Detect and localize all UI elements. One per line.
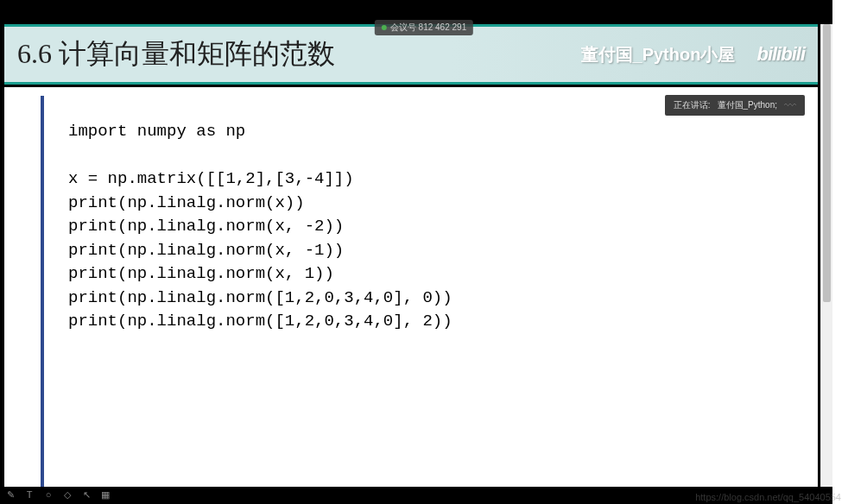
text-tool-icon[interactable]: T <box>23 488 35 501</box>
vertical-scrollbar[interactable] <box>820 24 832 487</box>
arrow-tool-icon[interactable]: ↖ <box>80 488 92 501</box>
scrollbar-thumb[interactable] <box>823 24 831 302</box>
speaking-name: 董付国_Python; <box>718 99 777 111</box>
pen-tool-icon[interactable]: ✎ <box>4 488 16 501</box>
right-edge-panel <box>832 0 848 504</box>
content-left-border <box>41 96 44 487</box>
circle-tool-icon[interactable]: ○ <box>42 488 54 501</box>
annotation-toolbar: ✎ T ○ ◇ ↖ ▦ <box>4 488 111 501</box>
code-block: import numpy as np x = np.matrix([[1,2],… <box>68 120 452 334</box>
image-tool-icon[interactable]: ▦ <box>99 488 111 501</box>
meeting-id-badge: 会议号 812 462 291 <box>375 20 473 35</box>
bilibili-logo: bilibili <box>756 43 805 66</box>
author-name: 董付国_Python小屋 <box>581 43 736 66</box>
slide-content: import numpy as np x = np.matrix([[1,2],… <box>4 87 818 487</box>
speaking-prefix: 正在讲话: <box>674 99 711 111</box>
watermark-text: https://blog.csdn.net/qq_54040554 <box>695 492 841 502</box>
header-right-group: 董付国_Python小屋 bilibili <box>581 43 805 66</box>
slide-title: 6.6 计算向量和矩阵的范数 <box>17 35 335 73</box>
speaking-indicator: 正在讲话: 董付国_Python; 〰 <box>665 95 805 116</box>
meeting-id-text: 会议号 812 462 291 <box>390 22 466 34</box>
audio-wave-icon: 〰 <box>784 98 796 112</box>
diamond-tool-icon[interactable]: ◇ <box>61 488 73 501</box>
recording-indicator-icon <box>382 25 387 30</box>
